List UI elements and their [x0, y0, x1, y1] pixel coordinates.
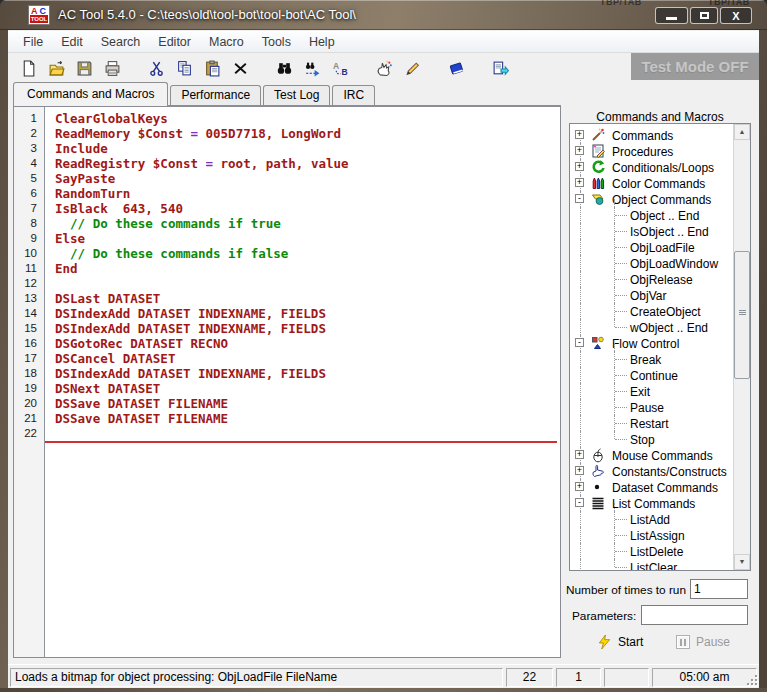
tab-test-log[interactable]: Test Log	[263, 85, 330, 105]
tree-item-listadd[interactable]: ListAdd	[570, 511, 733, 527]
tree-item-label: Exit	[630, 384, 650, 400]
hand-icon	[590, 463, 606, 479]
tree-item-continue[interactable]: Continue	[570, 367, 733, 383]
tree-item-exit[interactable]: Exit	[570, 383, 733, 399]
tree-item-commands[interactable]: +Commands	[570, 127, 733, 143]
tree-item-dataset-commands[interactable]: +Dataset Commands	[570, 479, 733, 495]
tree-item-conditionals-loops[interactable]: +Conditionals/Loops	[570, 159, 733, 175]
save-icon[interactable]	[72, 56, 96, 80]
resize-grip[interactable]	[746, 674, 758, 686]
code-line: Include	[55, 141, 560, 156]
commands-tree: +Commands+Procedures+Conditionals/Loops+…	[569, 123, 751, 571]
code-editor[interactable]: 12345678910111213141516171819202122 Clea…	[13, 106, 561, 658]
tree-item-color-commands[interactable]: +Color Commands	[570, 175, 733, 191]
run-count-input[interactable]	[690, 579, 748, 599]
menu-edit[interactable]: Edit	[52, 33, 92, 51]
expand-toggle[interactable]: +	[575, 162, 584, 171]
tab-commands-and-macros[interactable]: Commands and Macros	[13, 82, 168, 106]
tree-item-list-commands[interactable]: -List Commands	[570, 495, 733, 511]
menu-file[interactable]: File	[14, 33, 52, 51]
tree-item-isobject-end[interactable]: IsObject .. End	[570, 223, 733, 239]
tree-scrollbar[interactable]: ▲ ▼	[733, 124, 750, 570]
start-button[interactable]: Start	[597, 632, 643, 652]
minimize-icon	[666, 17, 677, 20]
code-line	[55, 276, 560, 291]
code-line: Else	[55, 231, 560, 246]
collapse-toggle[interactable]: -	[575, 338, 584, 347]
scroll-down-icon[interactable]: ▼	[734, 554, 750, 570]
expand-toggle[interactable]: +	[575, 130, 584, 139]
tree-item-object-commands[interactable]: -Object Commands	[570, 191, 733, 207]
tree-item-createobject[interactable]: CreateObject	[570, 303, 733, 319]
tree-item-stop[interactable]: Stop	[570, 431, 733, 447]
open-icon[interactable]	[44, 56, 68, 80]
tree-item-procedures[interactable]: +Procedures	[570, 143, 733, 159]
tree-item-listdelete[interactable]: ListDelete	[570, 543, 733, 559]
expand-toggle[interactable]: +	[575, 178, 584, 187]
tree-item-label: Conditionals/Loops	[612, 160, 714, 176]
book-icon[interactable]	[444, 56, 468, 80]
tree-item-objloadfile[interactable]: ObjLoadFile	[570, 239, 733, 255]
tree-item-pause[interactable]: Pause	[570, 399, 733, 415]
tree-item-restart[interactable]: Restart	[570, 415, 733, 431]
close-button[interactable]: X	[720, 7, 752, 24]
status-message: Loads a bitmap for object processing: Ob…	[10, 668, 503, 687]
tree-item-listassign[interactable]: ListAssign	[570, 527, 733, 543]
tree-item-objrelease[interactable]: ObjRelease	[570, 271, 733, 287]
scrollbar-thumb[interactable]	[734, 251, 750, 379]
collapse-toggle[interactable]: -	[575, 194, 584, 203]
copy-icon[interactable]	[172, 56, 196, 80]
expand-toggle[interactable]: +	[575, 450, 584, 459]
tree-item-label: ObjLoadFile	[630, 240, 695, 256]
expand-toggle[interactable]: +	[575, 466, 584, 475]
maximize-button[interactable]	[690, 7, 718, 24]
test-mode-button[interactable]: Test Mode OFF	[631, 53, 759, 80]
pause-button[interactable]: Pause	[676, 632, 730, 652]
delete-icon[interactable]	[228, 56, 252, 80]
expand-toggle[interactable]: +	[575, 482, 584, 491]
minimize-button[interactable]	[655, 7, 688, 24]
parameters-input[interactable]	[641, 605, 748, 625]
tree-item-constants-constructs[interactable]: +Constants/Constructs	[570, 463, 733, 479]
menu-editor[interactable]: Editor	[149, 33, 200, 51]
title-bar[interactable]: TBP/TAB TBP/TAB AC TOOL AC Tool 5.4.0 - …	[0, 0, 767, 30]
toolbar: AB	[8, 54, 628, 82]
collapse-toggle[interactable]: -	[575, 498, 584, 507]
menu-help[interactable]: Help	[300, 33, 344, 51]
expand-toggle[interactable]: +	[575, 146, 584, 155]
tree-item-mouse-commands[interactable]: +Mouse Commands	[570, 447, 733, 463]
print-icon[interactable]	[100, 56, 124, 80]
code-line: DSIndexAdd DATASET INDEXNAME, FIELDS	[55, 366, 560, 381]
scroll-up-icon[interactable]: ▲	[734, 124, 750, 140]
procedures-icon	[590, 143, 606, 159]
new-icon[interactable]	[16, 56, 40, 80]
tab-performance[interactable]: Performance	[170, 85, 261, 105]
code-area[interactable]: ClearGlobalKeysReadMemory $Const = 005D7…	[45, 107, 560, 657]
code-line: ReadMemory $Const = 005D7718, LongWord	[55, 126, 560, 141]
tree-item-label: Procedures	[612, 144, 673, 160]
tree-item-label: List Commands	[612, 496, 695, 512]
tree-item-label: wObject .. End	[630, 320, 708, 336]
code-line: DSNext DATASET	[55, 381, 560, 396]
tab-irc[interactable]: IRC	[332, 85, 375, 105]
pencil-icon[interactable]	[400, 56, 424, 80]
tree-item-break[interactable]: Break	[570, 351, 733, 367]
paste-icon[interactable]	[200, 56, 224, 80]
tree-item-objvar[interactable]: ObjVar	[570, 287, 733, 303]
find-icon[interactable]	[272, 56, 296, 80]
replace-icon[interactable]: AB	[328, 56, 352, 80]
export-icon[interactable]	[488, 56, 512, 80]
menu-search[interactable]: Search	[92, 33, 150, 51]
cut-icon[interactable]	[144, 56, 168, 80]
tree-item-wobject-end[interactable]: wObject .. End	[570, 319, 733, 335]
menu-macro[interactable]: Macro	[200, 33, 253, 51]
tree-item-listclear[interactable]: ListClear	[570, 559, 733, 570]
wizard-icon[interactable]	[372, 56, 396, 80]
tree-item-objloadwindow[interactable]: ObjLoadWindow	[570, 255, 733, 271]
line-number: 2	[14, 126, 44, 141]
tree-item-label: Stop	[630, 432, 655, 448]
tree-item-flow-control[interactable]: -Flow Control	[570, 335, 733, 351]
find-next-icon[interactable]	[300, 56, 324, 80]
tree-item-object-end[interactable]: Object .. End	[570, 207, 733, 223]
menu-tools[interactable]: Tools	[253, 33, 300, 51]
